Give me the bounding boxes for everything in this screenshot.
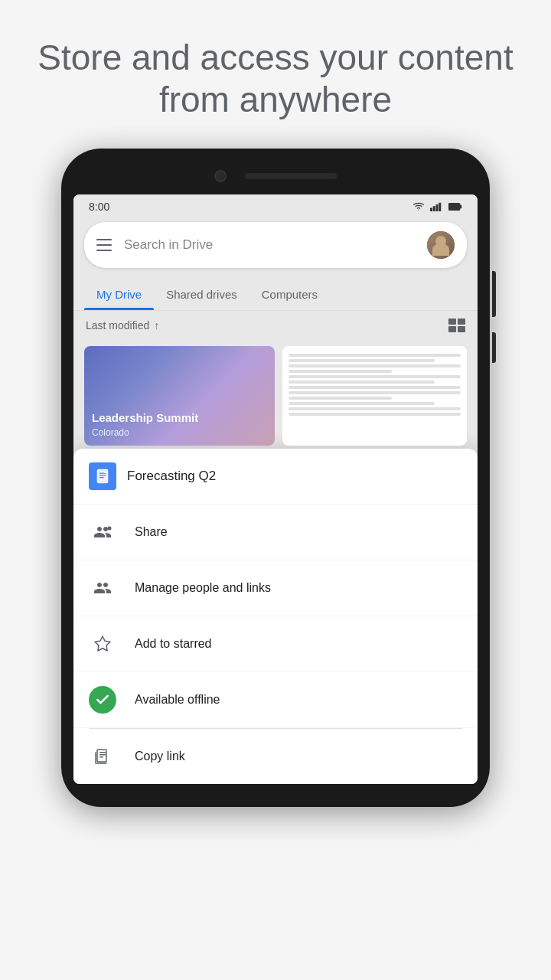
doc-line-9 <box>289 397 392 400</box>
page-header: Store and access your content from anywh… <box>0 0 551 149</box>
svg-rect-5 <box>460 205 461 209</box>
file-title-leadership: Leadership Summit <box>92 410 267 426</box>
status-icons <box>412 201 462 212</box>
svg-rect-1 <box>433 207 435 212</box>
doc-line-7 <box>289 386 461 389</box>
sheet-file-name: Forecasting Q2 <box>127 469 216 484</box>
menu-item-available-offline[interactable]: Available offline <box>73 672 478 728</box>
sort-label: Last modified <box>86 319 149 332</box>
doc-line-5 <box>289 375 461 378</box>
tab-my-drive[interactable]: My Drive <box>84 277 154 310</box>
phone-top-bar <box>73 164 478 194</box>
menu-item-add-starred[interactable]: Add to starred <box>73 616 478 672</box>
signal-icon <box>430 201 444 212</box>
side-button <box>492 271 496 317</box>
svg-rect-10 <box>99 477 103 478</box>
file-card-leadership-summit[interactable]: Leadership Summit Colorado <box>84 346 275 446</box>
front-camera <box>214 170 227 182</box>
manage-people-icon <box>89 574 116 602</box>
battery-icon <box>448 201 462 212</box>
svg-rect-0 <box>430 208 432 212</box>
sort-bar: Last modified ↑ <box>73 311 478 340</box>
svg-marker-12 <box>95 636 110 651</box>
tab-shared-drives[interactable]: Shared drives <box>154 277 249 310</box>
svg-rect-13 <box>97 750 106 762</box>
view-toggle-icon[interactable] <box>448 318 465 332</box>
search-bar[interactable]: Search in Drive <box>84 222 467 268</box>
file-subtitle-leadership: Colorado <box>92 427 267 438</box>
offline-badge-icon <box>89 686 116 714</box>
tab-computers[interactable]: Computers <box>249 277 330 310</box>
menu-item-copy-link[interactable]: Copy link <box>73 729 478 784</box>
sort-arrow: ↑ <box>154 319 159 332</box>
doc-line-4 <box>289 370 392 373</box>
docs-icon-svg <box>94 468 111 485</box>
earpiece-speaker <box>245 173 337 179</box>
manage-people-label: Manage people and links <box>135 581 271 595</box>
doc-line-1 <box>289 354 461 357</box>
phone-mockup: 8:00 <box>61 149 490 807</box>
doc-line-3 <box>289 364 461 368</box>
doc-line-2 <box>289 359 435 362</box>
status-time: 8:00 <box>89 201 109 213</box>
share-icon <box>89 518 116 546</box>
sort-label-container[interactable]: Last modified ↑ <box>86 319 159 332</box>
svg-rect-15 <box>99 754 106 756</box>
share-label: Share <box>135 525 168 539</box>
svg-rect-3 <box>439 203 441 211</box>
doc-line-6 <box>289 381 435 384</box>
svg-rect-7 <box>97 469 109 483</box>
doc-line-12 <box>289 413 461 416</box>
menu-item-manage-people[interactable]: Manage people and links <box>73 560 478 616</box>
sheet-header: Forecasting Q2 <box>73 449 478 505</box>
status-bar: 8:00 <box>73 194 478 216</box>
doc-line-10 <box>289 402 435 405</box>
search-placeholder[interactable]: Search in Drive <box>124 237 427 253</box>
files-grid: Leadership Summit Colorado <box>73 340 478 452</box>
svg-rect-14 <box>99 752 106 753</box>
add-starred-label: Add to starred <box>135 637 212 651</box>
user-avatar-image <box>427 231 455 259</box>
bottom-sheet: Forecasting Q2 Share <box>73 449 478 784</box>
svg-rect-16 <box>99 756 103 758</box>
menu-item-share[interactable]: Share <box>73 505 478 560</box>
menu-icon[interactable] <box>96 239 112 251</box>
copy-link-label: Copy link <box>135 750 185 763</box>
wifi-icon <box>412 201 425 212</box>
copy-link-icon <box>89 743 116 770</box>
file-doc-icon <box>89 462 116 490</box>
svg-rect-6 <box>449 204 459 210</box>
phone-screen: 8:00 <box>73 194 478 784</box>
side-button-2 <box>492 332 496 363</box>
star-icon <box>89 630 116 658</box>
doc-line-11 <box>289 407 461 410</box>
doc-preview <box>287 351 462 419</box>
svg-rect-2 <box>436 204 439 211</box>
svg-rect-9 <box>99 475 106 476</box>
drive-tabs: My Drive Shared drives Computers <box>73 277 478 311</box>
file-card-doc[interactable] <box>282 346 467 446</box>
avatar[interactable] <box>427 231 455 259</box>
doc-line-8 <box>289 391 461 394</box>
offline-label: Available offline <box>135 693 220 707</box>
